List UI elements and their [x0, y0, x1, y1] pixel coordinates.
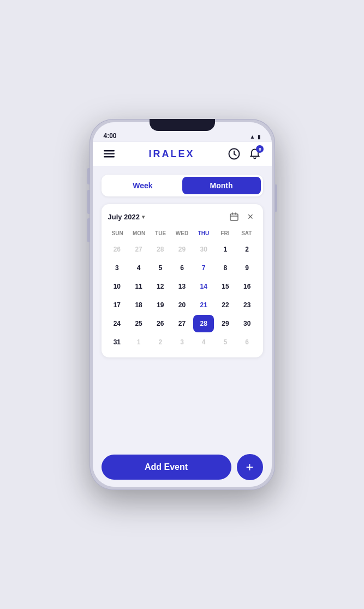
- day-header-sun: SUN: [107, 228, 128, 238]
- cal-cell[interactable]: 26: [107, 241, 128, 258]
- cal-cell[interactable]: 5: [150, 259, 171, 277]
- add-event-row: Add Event +: [102, 454, 263, 480]
- bell-button[interactable]: 0: [247, 146, 262, 162]
- cal-cell[interactable]: 4: [128, 259, 149, 277]
- cal-cell[interactable]: 25: [128, 315, 149, 332]
- menu-button[interactable]: [102, 146, 117, 162]
- calendar-grid-icon[interactable]: [228, 211, 240, 223]
- cal-cell[interactable]: 2: [150, 333, 171, 351]
- calendar-close-icon[interactable]: ✕: [244, 211, 256, 223]
- cal-cell[interactable]: 4: [193, 333, 214, 351]
- cal-cell[interactable]: 28: [193, 315, 214, 332]
- view-toggle: Week Month: [102, 175, 263, 196]
- main-content: Week Month July 2022 ▾: [93, 166, 272, 447]
- calendar-header: July 2022 ▾ ✕: [107, 211, 258, 223]
- cal-cell[interactable]: 23: [237, 296, 258, 314]
- wifi-icon: ▲: [250, 134, 255, 140]
- cal-cell[interactable]: 30: [193, 241, 214, 258]
- cal-cell[interactable]: 18: [128, 296, 149, 314]
- cal-cell[interactable]: 27: [128, 241, 149, 258]
- cal-cell[interactable]: 30: [237, 315, 258, 332]
- cal-cell[interactable]: 27: [172, 315, 193, 332]
- cal-cell[interactable]: 10: [107, 278, 128, 295]
- day-header-wed: WED: [171, 228, 193, 238]
- cal-cell[interactable]: 13: [172, 278, 193, 295]
- day-header-mon: MON: [128, 228, 150, 238]
- cal-cell[interactable]: 20: [172, 296, 193, 314]
- cal-cell[interactable]: 16: [237, 278, 258, 295]
- svg-rect-0: [104, 150, 115, 152]
- cal-cell[interactable]: 9: [237, 259, 258, 277]
- cal-cell[interactable]: 21: [193, 296, 214, 314]
- status-time: 4:00: [104, 132, 117, 140]
- svg-rect-1: [104, 153, 115, 155]
- month-caret-icon: ▾: [142, 214, 145, 220]
- add-event-button[interactable]: Add Event: [102, 455, 231, 480]
- cal-cell[interactable]: 26: [150, 315, 171, 332]
- cal-cell[interactable]: 29: [172, 241, 193, 258]
- cal-cell[interactable]: 3: [172, 333, 193, 351]
- notification-badge: 0: [256, 145, 264, 153]
- battery-icon: ▮: [258, 134, 261, 140]
- cal-cell[interactable]: 6: [237, 333, 258, 351]
- cal-cell[interactable]: 5: [215, 333, 236, 351]
- cal-cell[interactable]: 1: [215, 241, 236, 258]
- month-toggle-button[interactable]: Month: [182, 177, 261, 194]
- clock-button[interactable]: [226, 146, 242, 162]
- cal-cell[interactable]: 12: [150, 278, 171, 295]
- cal-cell[interactable]: 11: [128, 278, 149, 295]
- day-header-thu: THU: [193, 228, 214, 238]
- calendar-grid: 2627282930123456789101112131415161718192…: [107, 241, 258, 351]
- header-action-icons: 0: [226, 146, 262, 162]
- cal-cell[interactable]: 14: [193, 278, 214, 295]
- cal-cell[interactable]: 15: [215, 278, 236, 295]
- cal-cell[interactable]: 17: [107, 296, 128, 314]
- cal-cell[interactable]: 22: [215, 296, 236, 314]
- app-logo: IRALEX: [148, 148, 194, 160]
- cal-cell[interactable]: 29: [215, 315, 236, 332]
- day-header-tue: TUE: [150, 228, 171, 238]
- cal-cell[interactable]: 2: [237, 241, 258, 258]
- bottom-area: Add Event +: [93, 447, 272, 487]
- calendar-card: July 2022 ▾ ✕: [102, 204, 263, 357]
- cal-cell[interactable]: 3: [107, 259, 128, 277]
- cal-cell[interactable]: 28: [150, 241, 171, 258]
- day-header-fri: FRI: [214, 228, 236, 238]
- app-header: IRALEX 0: [93, 142, 272, 166]
- day-header-sat: SAT: [236, 228, 257, 238]
- svg-rect-2: [104, 156, 115, 158]
- cal-cell[interactable]: 31: [107, 333, 128, 351]
- calendar-month-label[interactable]: July 2022 ▾: [108, 213, 145, 221]
- cal-cell[interactable]: 7: [193, 259, 214, 277]
- day-headers: SUN MON TUE WED THU FRI SAT: [107, 228, 258, 238]
- svg-rect-4: [230, 214, 238, 220]
- week-toggle-button[interactable]: Week: [104, 177, 182, 194]
- notch: [150, 119, 215, 131]
- fab-button[interactable]: +: [237, 454, 263, 480]
- cal-cell[interactable]: 19: [150, 296, 171, 314]
- cal-cell[interactable]: 1: [128, 333, 149, 351]
- status-icons: ▲ ▮: [250, 134, 261, 140]
- phone-screen: 4:00 ▲ ▮ IRALEX: [93, 122, 272, 487]
- phone-frame: 4:00 ▲ ▮ IRALEX: [89, 119, 275, 490]
- calendar-header-icons: ✕: [228, 211, 256, 223]
- cal-cell[interactable]: 8: [215, 259, 236, 277]
- cal-cell[interactable]: 24: [107, 315, 128, 332]
- cal-cell[interactable]: 6: [172, 259, 193, 277]
